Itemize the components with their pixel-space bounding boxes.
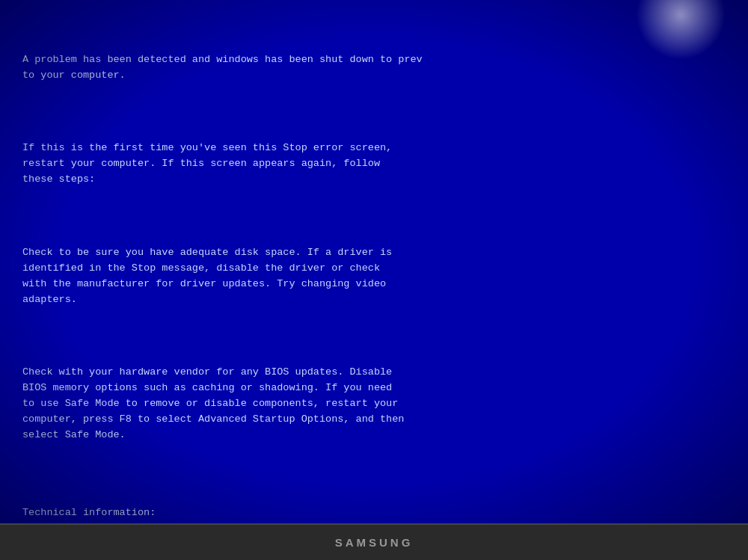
line1b: to your computer.	[22, 70, 126, 81]
bsod-text: A problem has been detected and windows …	[22, 21, 726, 523]
fourth-paragraph: Check with your hardware vendor for any …	[22, 365, 726, 443]
brand-name: SAMSUNG	[335, 536, 414, 549]
third-paragraph: Check to be sure you have adequate disk …	[22, 245, 726, 308]
bsod-content: A problem has been detected and windows …	[0, 0, 748, 523]
bsod-screen: A problem has been detected and windows …	[0, 0, 748, 523]
first-paragraph: A problem has been detected and windows …	[22, 52, 726, 84]
tech-info-label: Technical information:	[22, 505, 726, 521]
monitor-bezel: SAMSUNG	[0, 523, 748, 560]
monitor: A problem has been detected and windows …	[0, 0, 748, 560]
line1: A problem has been detected and windows …	[22, 54, 423, 65]
second-paragraph: If this is the first time you've seen th…	[22, 141, 726, 188]
